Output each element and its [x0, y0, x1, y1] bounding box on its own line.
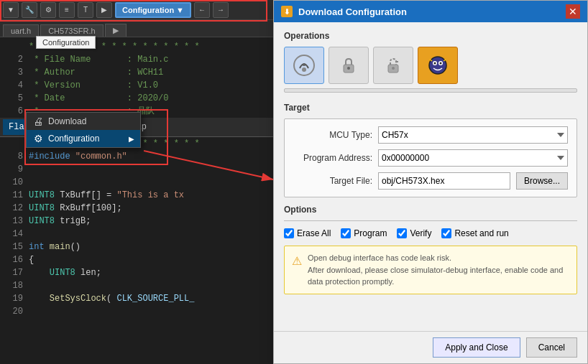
toolbar-btn-1[interactable]: ▼	[3, 2, 19, 18]
op-btn-lock-close[interactable]	[329, 47, 369, 84]
apply-close-button[interactable]: Apply and Close	[433, 337, 520, 358]
dropdown-menu[interactable]: 🖨 Download ⚙ Configuration ▶	[26, 112, 141, 148]
svg-point-12	[434, 62, 436, 65]
download-config-dialog: ⬇ Download Configuration ✕ Operations	[273, 0, 588, 364]
operations-progress-bar	[284, 88, 577, 93]
download-label: Download	[48, 116, 86, 126]
reset-run-checkbox[interactable]: Reset and run	[441, 228, 508, 238]
toolbar-btn-back[interactable]: ←	[194, 2, 210, 18]
svg-point-9	[429, 57, 446, 74]
ide-toolbar: ▼ 🔧 ⚙ ≡ T ▶ Configuration ▼ ← →	[0, 0, 273, 20]
target-file-row: Target File: Browse...	[293, 172, 568, 190]
warning-icon: ⚠	[292, 253, 302, 288]
op-btn-chip[interactable]	[418, 47, 458, 84]
warning-box: ⚠ Open debug interface has code leak ris…	[284, 246, 577, 294]
toolbar-btn-3[interactable]: ⚙	[40, 2, 56, 18]
svg-point-13	[440, 62, 442, 65]
target-section-label: Target	[284, 103, 577, 113]
dropdown-arrow-icon: ▼	[176, 6, 184, 14]
config-menu-icon: ⚙	[32, 133, 44, 144]
code-line-17: 17 UINT8 len;	[0, 266, 273, 279]
op-btn-lock-open[interactable]	[373, 47, 413, 84]
dialog-body: Operations	[274, 22, 587, 331]
dialog-title: ⬇ Download Configuration	[281, 6, 407, 17]
chip-icon	[426, 54, 449, 77]
program-addr-row: Program Address: 0x00000000	[293, 149, 568, 167]
mcu-type-label: MCU Type:	[293, 130, 372, 140]
config-toolbar-dropdown[interactable]: Configuration ▼	[115, 2, 191, 18]
code-line-19: 19 SetSysClock( CLK_SOURCE_PLL_	[0, 292, 273, 305]
tab-ch573sfr-h[interactable]: CH573SFR.h	[40, 24, 103, 37]
code-line-18: 18	[0, 279, 273, 292]
program-addr-select[interactable]: 0x00000000	[378, 149, 568, 167]
code-line-11: 11 UINT8 TxBuff[] = "This is a tx	[0, 189, 273, 202]
toolbar-btn-fwd[interactable]: →	[213, 2, 229, 18]
code-line-14: 14	[0, 228, 273, 241]
dialog-close-button[interactable]: ✕	[566, 4, 580, 19]
program-addr-label: Program Address:	[293, 153, 372, 163]
options-checkboxes-row: Erase All Program Verify Reset and run	[284, 228, 577, 238]
code-line-2: 2 * File Name : Main.c	[0, 53, 273, 66]
lock-closed-icon	[337, 54, 360, 77]
tab-arrow[interactable]: ▶	[105, 24, 127, 37]
download-menu-icon: 🖨	[32, 116, 44, 127]
operations-section-label: Operations	[284, 31, 577, 41]
dropdown-download-item[interactable]: 🖨 Download	[27, 113, 140, 130]
config-menu-label: Configuration	[48, 134, 99, 144]
toolbar-btn-4[interactable]: ≡	[59, 2, 75, 18]
warning-text: Open debug interface has code leak risk.…	[308, 252, 569, 288]
cancel-button[interactable]: Cancel	[526, 337, 577, 358]
code-line-20: 20	[0, 305, 273, 318]
mcu-type-row: MCU Type: CH57x	[293, 126, 568, 144]
code-line-10: 10	[0, 176, 273, 189]
code-area: * * * * * * * * * * * * * * * * * 2 * Fi…	[0, 37, 273, 321]
toolbar-btn-6[interactable]: ▶	[96, 2, 112, 18]
dialog-title-icon: ⬇	[281, 6, 293, 17]
submenu-arrow-icon: ▶	[129, 135, 134, 143]
erase-all-checkbox[interactable]: Erase All	[284, 228, 331, 238]
ide-tab-bar: uart.h CH573SFR.h ▶	[0, 20, 273, 37]
target-file-input[interactable]	[378, 172, 510, 190]
svg-point-3	[302, 67, 306, 72]
toolbar-btn-2[interactable]: 🔧	[22, 2, 37, 18]
target-file-label: Target File:	[293, 176, 372, 186]
config-tooltip: Configuration	[36, 36, 96, 49]
mcu-type-select[interactable]: CH57x	[378, 126, 568, 144]
browse-button[interactable]: Browse...	[516, 172, 568, 190]
svg-point-5	[347, 67, 350, 70]
ide-background: ▼ 🔧 ⚙ ≡ T ▶ Configuration ▼ ← → Configur…	[0, 0, 273, 364]
svg-point-7	[392, 67, 395, 70]
target-section: MCU Type: CH57x Program Address: 0x00000…	[284, 118, 577, 197]
code-line-15: 15 int main()	[0, 241, 273, 253]
options-divider	[284, 220, 577, 221]
code-line-9: 9	[0, 163, 273, 176]
erase-icon	[293, 54, 316, 77]
toolbar-btn-5[interactable]: T	[78, 2, 93, 18]
options-section: Options Erase All Program Verify Reset	[284, 205, 577, 238]
program-checkbox[interactable]: Program	[341, 228, 387, 238]
operations-row	[284, 47, 577, 84]
code-line-4: 4 * Version : V1.0	[0, 79, 273, 92]
code-line-12: 12 UINT8 RxBuff[100];	[0, 202, 273, 215]
config-label: Configuration	[122, 6, 174, 14]
tab-uart-h[interactable]: uart.h	[3, 24, 39, 37]
code-line-include: 8 #include "common.h"	[0, 150, 273, 163]
code-line-5: 5 * Date : 2020/0	[0, 92, 273, 105]
dialog-titlebar: ⬇ Download Configuration ✕	[274, 1, 587, 22]
lock-open-icon	[382, 54, 405, 77]
verify-checkbox[interactable]: Verify	[397, 228, 431, 238]
code-line-16: 16 {	[0, 253, 273, 266]
code-line-3: 3 * Author : WCH11	[0, 66, 273, 79]
op-btn-erase[interactable]	[284, 47, 324, 84]
dialog-footer: Apply and Close Cancel	[274, 331, 587, 363]
options-label: Options	[284, 205, 577, 215]
dropdown-config-item[interactable]: ⚙ Configuration ▶	[27, 130, 140, 147]
code-line-13: 13 UINT8 trigB;	[0, 215, 273, 228]
